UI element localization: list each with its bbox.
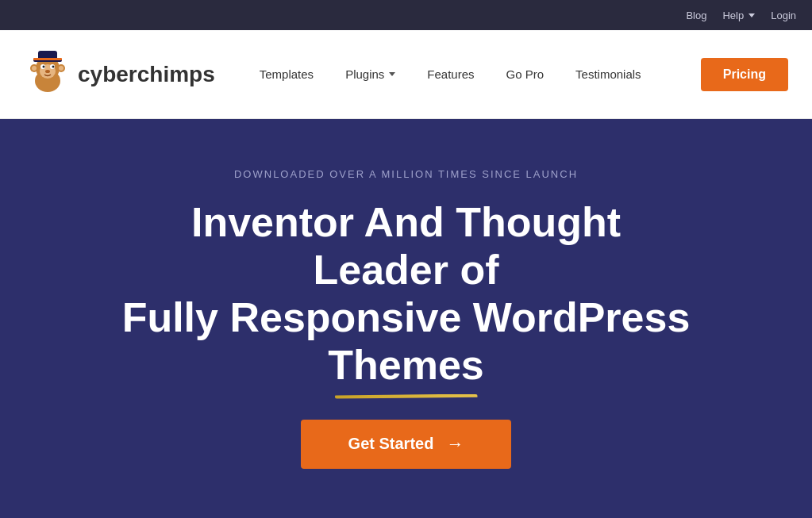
nav-templates[interactable]: Templates	[247, 61, 326, 87]
get-started-button[interactable]: Get Started →	[301, 420, 512, 469]
hero-title: Inventor And Thought Leader of Fully Res…	[121, 199, 692, 389]
logo-icon	[24, 51, 71, 98]
get-started-label: Get Started	[348, 435, 434, 453]
help-chevron-icon	[749, 13, 755, 17]
nav-gopro[interactable]: Go Pro	[494, 61, 557, 87]
hero-title-line1: Inventor And Thought Leader of	[191, 199, 621, 293]
svg-point-10	[52, 65, 55, 67]
hero-title-line2: Fully Responsive WordPress	[122, 294, 691, 340]
nav-testimonials[interactable]: Testimonials	[563, 61, 654, 87]
nav-plugins-label: Plugins	[345, 67, 384, 81]
svg-point-6	[59, 66, 63, 71]
logo-text-normal: cyber	[78, 62, 137, 86]
hero-section: DOWNLOADED OVER A MILLION TIMES SINCE LA…	[0, 119, 812, 518]
logo-text-bold: chimps	[137, 62, 215, 86]
svg-point-9	[43, 65, 45, 67]
main-nav: cyberchimps Templates Plugins Features G…	[0, 30, 812, 119]
logo-text: cyberchimps	[78, 62, 215, 87]
hero-title-themes: Themes	[328, 342, 484, 388]
logo-link[interactable]: cyberchimps	[24, 51, 215, 98]
svg-point-4	[32, 66, 37, 71]
top-bar: Blog Help Login	[0, 0, 812, 30]
svg-point-11	[45, 70, 50, 73]
nav-plugins[interactable]: Plugins	[333, 61, 408, 87]
svg-rect-14	[33, 58, 62, 60]
help-menu[interactable]: Help	[722, 10, 755, 21]
nav-features[interactable]: Features	[414, 61, 487, 87]
login-link[interactable]: Login	[771, 10, 796, 21]
nav-links: Templates Plugins Features Go Pro Testim…	[247, 61, 701, 87]
underline-decoration	[335, 394, 478, 399]
hero-title-line3: Themes	[121, 342, 692, 389]
help-label: Help	[722, 10, 744, 21]
arrow-right-icon: →	[446, 434, 464, 455]
plugins-chevron-icon	[389, 72, 395, 76]
hero-subtitle: DOWNLOADED OVER A MILLION TIMES SINCE LA…	[234, 168, 578, 180]
blog-link[interactable]: Blog	[686, 10, 706, 21]
pricing-button[interactable]: Pricing	[701, 58, 788, 91]
